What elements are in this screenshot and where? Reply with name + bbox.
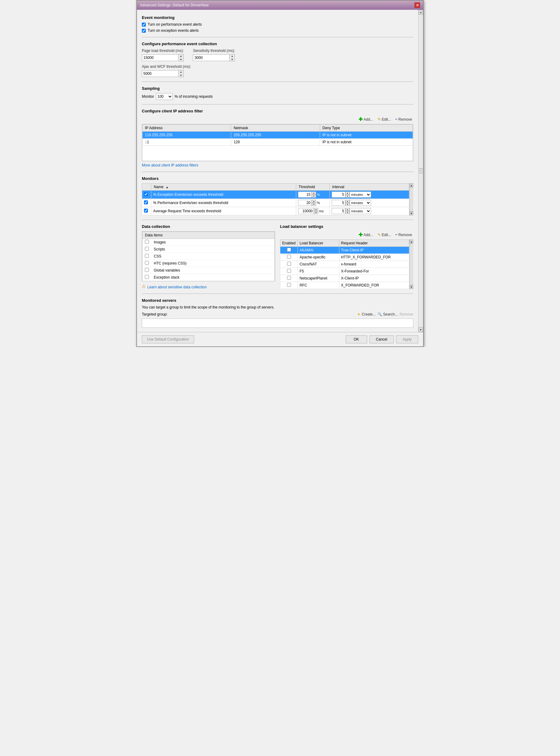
interval-up[interactable]: ▲	[345, 191, 350, 194]
lb-scroll-up[interactable]: ▲	[409, 239, 413, 244]
search-btn[interactable]: 🔍 Search...	[378, 312, 398, 316]
threshold-up[interactable]: ▲	[312, 200, 316, 203]
threshold-input[interactable]	[298, 191, 312, 197]
table-row-empty	[142, 146, 413, 161]
sensitivity-input[interactable]: 3000	[193, 55, 229, 61]
main-scrollbar[interactable]: ▲ ▼	[418, 10, 423, 332]
scroll-up-btn[interactable]: ▲	[409, 183, 413, 188]
divider-5	[142, 219, 413, 220]
table-row[interactable]: Cisco/NAT x-forward	[280, 261, 409, 268]
interval-up[interactable]: ▲	[345, 200, 350, 203]
apply-button[interactable]: Apply	[396, 335, 418, 343]
global-vars-checkbox[interactable]	[145, 268, 149, 272]
exception-alerts-checkbox[interactable]	[142, 29, 146, 33]
page-load-down-btn[interactable]: ▼	[179, 58, 183, 61]
threshold-down[interactable]: ▼	[314, 211, 318, 214]
threshold-input[interactable]	[298, 200, 312, 206]
interval-down[interactable]: ▼	[345, 194, 350, 197]
ajax-input[interactable]: 5000	[142, 70, 179, 77]
monitor-checkbox[interactable]	[144, 201, 148, 204]
list-item[interactable]: HTC (requires CSS)	[142, 260, 275, 267]
table-row[interactable]: ::1 128 IP is not in subnet	[142, 139, 413, 146]
interval-down[interactable]: ▼	[345, 211, 350, 214]
use-default-button[interactable]: Use Default Configuration	[142, 335, 194, 343]
monitor-checkbox[interactable]	[144, 192, 148, 196]
htc-checkbox[interactable]	[145, 261, 149, 265]
threshold-up[interactable]: ▲	[314, 208, 318, 211]
page-load-up-btn[interactable]: ▲	[179, 55, 183, 58]
interval-spinner: ▲ ▼ minutes hours	[332, 200, 407, 206]
threshold-input[interactable]	[298, 208, 314, 214]
monitor-select[interactable]: 100 50 25 10	[156, 93, 173, 100]
lb-remove-button[interactable]: ━ Remove	[394, 232, 413, 238]
monitors-scrollbar[interactable]: ▲ ▼	[409, 183, 413, 215]
monitor-row[interactable]: % Performance Events/sec exceeds thresho…	[142, 199, 409, 207]
ip-add-icon: ✚	[359, 117, 362, 122]
list-item[interactable]: Global variables	[142, 267, 275, 274]
lb-checkbox[interactable]	[287, 248, 291, 252]
ip-edit-button[interactable]: ✎ Edit...	[376, 117, 393, 122]
interval-mini-btns: ▲ ▼	[345, 200, 350, 206]
scroll-down-btn[interactable]: ▼	[409, 211, 413, 215]
interval-input[interactable]	[332, 208, 345, 214]
monitor-checkbox[interactable]	[144, 209, 148, 213]
images-checkbox[interactable]	[145, 240, 149, 244]
threshold-down[interactable]: ▼	[312, 194, 316, 197]
interval-input[interactable]	[332, 191, 345, 197]
table-row[interactable]: AKAMAI True-Client-IP	[280, 247, 409, 254]
table-row[interactable]: 110.255.255.255 255.255.255.255 IP is no…	[142, 132, 413, 139]
lb-checkbox[interactable]	[287, 262, 291, 266]
main-scroll-up[interactable]: ▲	[418, 10, 423, 15]
monitor-row[interactable]: % Exception Events/sec exceeds threshold…	[142, 191, 409, 199]
lb-checkbox[interactable]	[287, 283, 291, 287]
close-button[interactable]: ✕	[415, 2, 420, 8]
interval-down[interactable]: ▼	[345, 203, 350, 206]
interval-select[interactable]: minutes hours	[350, 200, 371, 206]
list-item[interactable]: Images	[142, 239, 275, 246]
lb-enabled-header: Enabled	[280, 240, 298, 247]
table-row[interactable]: Apache-specific HTTP_X_FORWARDED_FOR	[280, 254, 409, 261]
cancel-button[interactable]: Cancel	[369, 335, 394, 343]
lb-add-button[interactable]: ✚ Add...	[357, 231, 374, 238]
list-item[interactable]: Scripts	[142, 246, 275, 253]
lb-checkbox[interactable]	[287, 276, 291, 280]
scripts-checkbox[interactable]	[145, 247, 149, 251]
css-checkbox[interactable]	[145, 254, 149, 258]
interval-select[interactable]: minutes hours	[350, 208, 371, 214]
interval-input[interactable]	[332, 200, 345, 206]
more-link[interactable]: More about client IP address filters	[142, 163, 198, 167]
lb-toolbar: ✚ Add... ✎ Edit... ━ Remove	[280, 231, 413, 238]
interval-select[interactable]: minutes hours	[350, 191, 371, 197]
lb-table-wrapper: Enabled Load Balancer Request Header AKA…	[280, 239, 413, 289]
lb-checkbox[interactable]	[287, 255, 291, 259]
exception-stack-checkbox[interactable]	[145, 275, 149, 279]
create-btn[interactable]: ✦ Create...	[357, 312, 376, 317]
list-item[interactable]: Exception stack	[142, 274, 275, 281]
table-row[interactable]: F5 X-Forwarded-For	[280, 268, 409, 275]
ip-cell: 110.255.255.255	[142, 132, 231, 139]
list-item[interactable]: CSS	[142, 253, 275, 260]
lb-scrollbar[interactable]: ▲ ▼	[409, 239, 413, 289]
lb-add-label: Add...	[363, 233, 373, 237]
monitor-row[interactable]: Average Request Time exceeds threshold ▲…	[142, 207, 409, 215]
ok-button[interactable]: OK	[346, 335, 367, 343]
sensitive-data-link[interactable]: Learn about sensitive data collection	[147, 285, 207, 289]
ajax-up-btn[interactable]: ▲	[179, 70, 183, 74]
threshold-up[interactable]: ▲	[312, 191, 316, 194]
main-scroll-down[interactable]: ▼	[418, 327, 423, 332]
lb-checkbox[interactable]	[287, 269, 291, 273]
threshold-down[interactable]: ▼	[312, 203, 316, 206]
sensitivity-down-btn[interactable]: ▼	[229, 58, 235, 61]
lb-edit-button[interactable]: ✎ Edit...	[376, 232, 393, 238]
lb-scroll-down[interactable]: ▼	[409, 285, 413, 289]
ajax-down-btn[interactable]: ▼	[179, 74, 183, 77]
table-row[interactable]: RFC X_FORWARDED_FOR	[280, 282, 409, 289]
sensitivity-up-btn[interactable]: ▲	[229, 55, 235, 58]
load-balancer-title: Load balancer settings	[280, 224, 413, 229]
ip-remove-button[interactable]: ━ Remove	[394, 117, 413, 122]
page-load-input[interactable]: 15000	[142, 55, 179, 61]
perf-alerts-checkbox[interactable]	[142, 23, 146, 26]
ip-add-button[interactable]: ✚ Add...	[357, 116, 374, 123]
interval-up[interactable]: ▲	[345, 208, 350, 211]
table-row[interactable]: Netscape/iPlanet X-Client-IP	[280, 275, 409, 282]
